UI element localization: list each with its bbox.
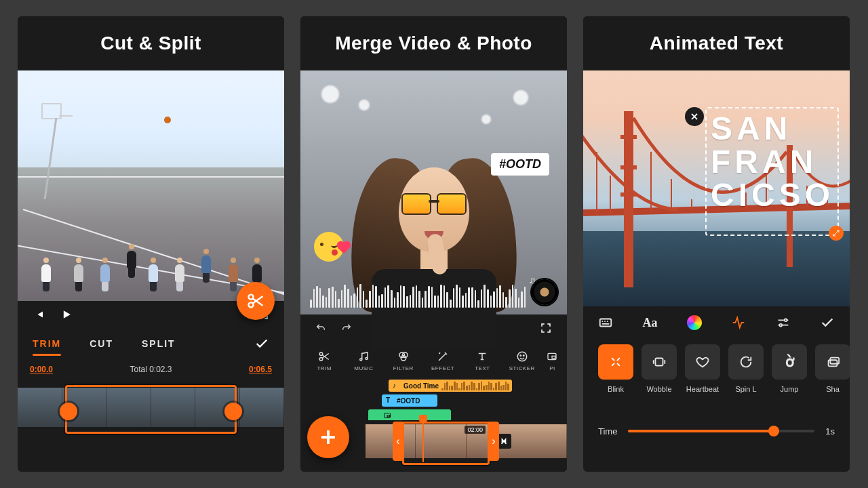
preview-illustration <box>18 70 284 301</box>
colorwheel-icon <box>687 315 702 330</box>
time-total: Total 0:02.3 <box>130 365 172 374</box>
fullscreen-icon[interactable] <box>540 322 552 334</box>
animation-options: Blink Wobble Heartbeat Spin L ờJump Sha <box>583 339 850 412</box>
plus-icon <box>318 427 338 447</box>
panel-title: Merge Video & Photo <box>300 16 567 70</box>
svg-point-33 <box>779 324 782 327</box>
animation-tab[interactable] <box>731 315 746 330</box>
jump-icon: ờ <box>785 353 794 371</box>
basketball-hoop-icon <box>41 103 62 119</box>
hashtag-sticker[interactable]: #OOTD <box>491 153 549 176</box>
video-preview[interactable] <box>18 70 284 301</box>
svg-rect-34 <box>656 359 663 366</box>
trim-selection[interactable] <box>65 385 237 434</box>
color-picker-button[interactable] <box>687 315 702 330</box>
svg-point-10 <box>520 354 521 356</box>
tab-trim[interactable]: TRIM <box>33 338 61 349</box>
tool-pip[interactable]: PI <box>543 350 561 371</box>
svg-rect-18 <box>620 135 637 139</box>
text-layer-label: #OOTD <box>397 397 420 405</box>
anim-heartbeat[interactable]: Heartbeat <box>685 344 720 393</box>
text-layer[interactable]: T#OOTD <box>382 394 437 407</box>
tool-sticker[interactable]: STICKER <box>504 350 540 371</box>
timeline-strip[interactable]: 02:00 ‹ › 0:02.3 Total 0:06.5 <box>300 420 567 472</box>
svg-point-4 <box>360 359 362 361</box>
pip-icon <box>383 411 391 420</box>
time-readout: 0:00.0 Total 0:02.3 0:06.5 <box>18 359 284 380</box>
confirm-button[interactable] <box>254 336 269 351</box>
text-line: FRAN <box>711 146 833 179</box>
add-media-fab[interactable] <box>307 416 349 458</box>
slider-value: 1s <box>825 426 835 436</box>
tool-trim[interactable]: TRIM <box>306 350 342 371</box>
text-line: CICSO <box>711 179 833 212</box>
sparkle-icon <box>608 354 623 369</box>
panel-merge: Merge Video & Photo #OOTD ♫ TRIM MUSIC F… <box>300 16 567 472</box>
resize-handle[interactable] <box>829 226 844 241</box>
trim-handle-right[interactable] <box>224 403 242 420</box>
layers-icon <box>825 354 840 369</box>
slider-thumb[interactable] <box>768 426 779 436</box>
tool-text[interactable]: TEXT <box>464 350 500 371</box>
vinyl-disc-icon[interactable] <box>532 279 557 305</box>
skip-prev-icon[interactable] <box>33 308 45 321</box>
delete-text-button[interactable] <box>685 107 704 126</box>
tool-filter[interactable]: FILTER <box>385 350 422 371</box>
text-icon <box>476 350 488 363</box>
timeline-strip[interactable] <box>18 380 284 472</box>
undo-icon[interactable] <box>315 323 326 333</box>
kiss-emoji-sticker[interactable] <box>314 232 344 262</box>
panel-title: Animated Text <box>583 16 850 70</box>
cut-fab-button[interactable] <box>237 282 275 320</box>
scissors-icon <box>318 350 330 363</box>
play-icon[interactable] <box>60 308 73 321</box>
clip-handle-right[interactable]: › <box>488 422 499 461</box>
font-button[interactable]: Aa <box>642 316 657 330</box>
confirm-button[interactable] <box>820 315 835 330</box>
panel-animated-text: Animated Text SAN FRAN CICSO <box>583 16 850 472</box>
playhead[interactable] <box>422 418 424 462</box>
time-start[interactable]: 0:00.0 <box>30 365 53 374</box>
tab-cut[interactable]: CUT <box>90 338 113 349</box>
duration-slider[interactable] <box>628 430 814 432</box>
adjust-icon[interactable] <box>776 315 791 330</box>
audio-layer[interactable]: ♪Good Time <box>389 380 512 392</box>
trim-handle-left[interactable] <box>60 403 77 420</box>
anim-blink[interactable]: Blink <box>598 344 633 393</box>
audio-label: Good Time <box>403 382 439 390</box>
next-clip-thumb[interactable] <box>503 424 561 458</box>
svg-rect-15 <box>387 415 390 418</box>
tab-split[interactable]: SPLIT <box>142 338 176 349</box>
svg-point-0 <box>249 295 254 300</box>
time-end[interactable]: 0:06.5 <box>249 365 272 374</box>
text-line: SAN <box>711 113 833 146</box>
tool-music[interactable]: MUSIC <box>345 350 382 371</box>
svg-point-2 <box>319 352 323 356</box>
animated-text-overlay[interactable]: SAN FRAN CICSO <box>711 113 833 212</box>
svg-point-5 <box>366 357 368 359</box>
anim-spin-l[interactable]: Spin L <box>728 344 764 393</box>
redo-icon[interactable] <box>341 323 352 333</box>
anim-wobble[interactable]: Wobble <box>642 344 677 393</box>
anim-shake[interactable]: Sha <box>815 344 850 393</box>
panel-title: Cut & Split <box>18 16 284 70</box>
keyboard-icon[interactable] <box>598 315 613 330</box>
svg-rect-19 <box>620 165 637 169</box>
slider-label: Time <box>598 426 617 436</box>
video-preview[interactable]: SAN FRAN CICSO <box>583 70 850 306</box>
clip-duration-badge: 02:00 <box>465 426 486 434</box>
tool-effect[interactable]: EFFECT <box>425 350 461 371</box>
basketball-icon <box>164 117 171 123</box>
layer-tracks: ♪Good Time T#OOTD <box>300 380 567 420</box>
rotate-icon <box>738 354 753 369</box>
svg-point-3 <box>319 357 323 361</box>
svg-point-9 <box>517 352 527 361</box>
wand-icon <box>437 350 449 363</box>
anim-jump[interactable]: ờJump <box>772 344 807 393</box>
video-preview[interactable]: #OOTD ♫ <box>300 70 567 314</box>
text-icon: T <box>386 396 394 405</box>
text-toolbar: Aa <box>583 306 850 339</box>
svg-point-1 <box>249 302 254 307</box>
clip-handle-left[interactable]: ‹ <box>393 422 403 461</box>
panel-cut-split: Cut & Split TRIM C <box>18 16 284 472</box>
